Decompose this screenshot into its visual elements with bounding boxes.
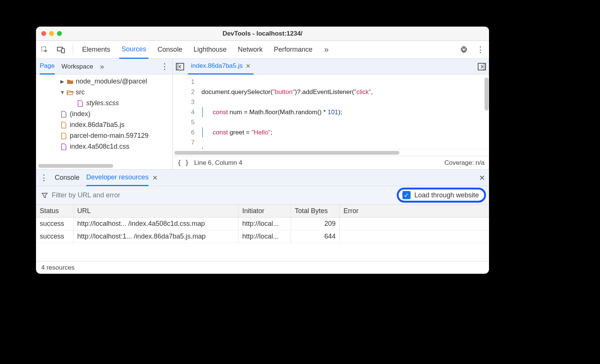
drawer-menu-icon[interactable]: ⋮ [40,173,48,183]
cursor-position: Line 6, Column 4 [194,159,243,167]
tab-elements[interactable]: Elements [80,41,112,59]
tree-label: index.86da7ba5.js [70,121,124,129]
tree-folder-src[interactable]: ▼ src [36,87,172,98]
close-tab-icon[interactable]: ✕ [246,63,250,70]
file-js-icon [61,122,68,128]
table-row[interactable]: success http://localhost... /index.4a508… [36,218,489,230]
line-gutter: 1234567 [173,75,200,149]
col-status[interactable]: Status [36,205,74,217]
tab-performance[interactable]: Performance [272,41,315,59]
drawer-tab-dev-resources[interactable]: Developer resources [86,170,148,186]
tab-console[interactable]: Console [155,41,184,59]
file-tree[interactable]: ▶ node_modules/@parcel ▼ src styles.scss… [36,75,172,163]
sources-panel: Page Workspace » ⋮ ▶ node_modules/@parce… [36,59,489,170]
file-js-icon [61,133,68,139]
window-title: DevTools - localhost:1234/ [36,30,489,37]
col-url[interactable]: URL [74,205,238,217]
collapse-icon: ▶ [60,79,64,84]
editor-tab-open-file[interactable]: index.86da7ba5.js ✕ [188,59,254,75]
tree-folder-node-modules[interactable]: ▶ node_modules/@parcel [36,76,172,87]
drawer-tabbar: ⋮ Console Developer resources ✕ ✕ [36,170,489,186]
dev-resources-footer: 4 resources [36,261,489,274]
editor-vscrollbar[interactable] [484,75,489,149]
navigator-menu-icon[interactable]: ⋮ [160,62,169,72]
tab-lighthouse[interactable]: Lighthouse [191,41,229,59]
devtools-window: DevTools - localhost:1234/ Elements Sour… [36,27,489,274]
navigator-tabs: Page Workspace » ⋮ [36,59,172,75]
maximize-window-button[interactable] [57,31,62,36]
folder-icon [67,78,74,85]
editor-statusbar: { } Line 6, Column 4 Coverage: n/a [173,156,489,169]
editor-tabbar: index.86da7ba5.js ✕ [173,59,489,75]
coverage-status: Coverage: n/a [444,159,484,167]
dev-resources-filterbar: ✓ Load through website [36,186,489,205]
load-through-website-toggle[interactable]: ✓ Load through website [397,188,486,203]
window-controls [41,31,62,36]
tree-file-parcel[interactable]: parcel-demo-main.597129 [36,130,172,141]
navigator-sidebar: Page Workspace » ⋮ ▶ node_modules/@parce… [36,59,173,169]
col-total-bytes[interactable]: Total Bytes [291,205,340,217]
editor-pane: index.86da7ba5.js ✕ 1234567 document.que… [173,59,489,169]
resource-count: 4 resources [41,264,75,272]
close-drawer-tab-icon[interactable]: ✕ [152,174,158,182]
file-icon [61,111,68,118]
kebab-menu-icon[interactable]: ⋮ [476,45,485,55]
pretty-print-icon[interactable]: { } [177,159,189,167]
drawer-tab-console[interactable]: Console [55,174,80,182]
toggle-debugger-icon[interactable] [478,63,486,70]
svg-rect-6 [483,63,486,70]
file-css-icon [61,143,68,150]
tree-file-index[interactable]: (index) [36,109,172,119]
tree-scrollbar[interactable] [36,163,172,169]
more-tabs-icon[interactable]: » [321,45,331,55]
close-window-button[interactable] [41,31,46,36]
close-drawer-icon[interactable]: ✕ [479,173,485,182]
device-toggle-icon[interactable] [56,45,66,55]
inspect-icon[interactable] [40,45,50,55]
tree-label: index.4a508c1d.css [70,143,129,151]
tree-file-css[interactable]: index.4a508c1d.css [36,141,172,152]
tree-label: node_modules/@parcel [76,78,147,85]
table-row[interactable]: success http://localhost:1... /index.86d… [36,230,489,243]
folder-open-icon [67,89,74,96]
checkbox-checked-icon[interactable]: ✓ [402,191,411,199]
tree-label: parcel-demo-main.597129 [70,132,148,140]
toggle-navigator-icon[interactable] [176,63,184,70]
code-lines: document.querySelector("button")?.addEve… [200,75,489,149]
svg-rect-2 [62,49,64,53]
tree-label: src [76,88,85,96]
titlebar: DevTools - localhost:1234/ [36,27,489,41]
tree-file-js[interactable]: index.86da7ba5.js [36,119,172,130]
navigator-tab-workspace[interactable]: Workspace [62,63,93,70]
navigator-tab-page[interactable]: Page [40,59,55,75]
col-error[interactable]: Error [340,205,489,217]
settings-icon[interactable] [459,45,469,55]
tree-label: styles.scss [86,99,119,107]
code-editor[interactable]: 1234567 document.querySelector("button")… [173,75,489,149]
more-tabs-icon[interactable]: » [100,62,104,71]
editor-tab-label: index.86da7ba5.js [191,62,243,70]
load-through-website-label: Load through website [414,191,479,199]
file-scss-icon [77,100,84,107]
tree-file-styles[interactable]: styles.scss [36,98,172,109]
filter-icon [41,192,48,199]
editor-hscrollbar[interactable] [173,149,489,156]
main-toolbar: Elements Sources Console Lighthouse Netw… [36,41,489,59]
dev-resources-table: Status URL Initiator Total Bytes Error s… [36,205,489,243]
tab-network[interactable]: Network [236,41,265,59]
svg-rect-4 [176,63,179,70]
tree-label: (index) [70,110,90,118]
col-initiator[interactable]: Initiator [238,205,291,217]
tab-sources[interactable]: Sources [119,41,148,59]
table-header: Status URL Initiator Total Bytes Error [36,205,489,218]
minimize-window-button[interactable] [49,31,54,36]
expand-icon: ▼ [60,90,64,95]
